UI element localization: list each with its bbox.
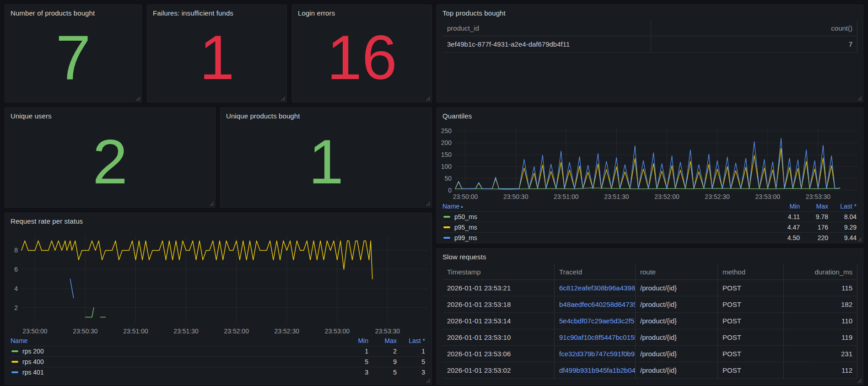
product-id-cell: 3ef49b1c-877f-4931-a2e4-daf679db4f11: [442, 36, 651, 53]
svg-text:50: 50: [444, 175, 452, 182]
traceid-cell: 91c90af10c8f5447bc015f: [555, 329, 636, 346]
series-name[interactable]: rps 401: [22, 369, 340, 376]
legend-header-name[interactable]: Name: [11, 337, 340, 344]
table-row: 2026-01-01 23:53:06fce32d379b747c591f0b9…: [442, 346, 857, 362]
resize-grip-icon[interactable]: [857, 96, 862, 101]
legend-row-p99[interactable]: p99_ms 4.50 220 9.44: [442, 232, 857, 243]
legend-header-min[interactable]: Min: [771, 203, 800, 210]
svg-text:23:52:30: 23:52:30: [275, 327, 300, 335]
series-name[interactable]: p99_ms: [454, 234, 771, 241]
request-rate-chart[interactable]: 23:50:0023:50:3023:51:0023:51:3023:52:00…: [5, 213, 432, 339]
svg-text:23:52:30: 23:52:30: [705, 193, 730, 200]
route-cell: /product/{id}: [636, 296, 718, 313]
trace-link[interactable]: fce32d379b747c591f0b92: [559, 350, 636, 358]
series-swatch: [443, 237, 450, 239]
table-row: 2026-01-01 23:53:145e4cbdf07c29ae5d3c2f5…: [442, 313, 857, 329]
timestamp-cell: 2026-01-01 23:53:06: [442, 346, 555, 362]
legend-row-p50[interactable]: p50_ms 4.11 9.78 8.04: [442, 211, 857, 222]
series-name[interactable]: rps 400: [22, 358, 340, 365]
top-products-table: product_id count() 3ef49b1c-877f-4931-a2…: [442, 21, 857, 53]
grafana-dashboard: Number of products bought 7 Failures: in…: [0, 0, 868, 386]
panel-title[interactable]: Failures: insufficient funds: [147, 5, 286, 19]
resize-grip-icon[interactable]: [426, 96, 431, 101]
legend-header-max[interactable]: Max: [368, 337, 397, 344]
panel-failures-insufficient-funds: Failures: insufficient funds 1: [147, 5, 287, 102]
legend-header: Name ▴ Min Max Last *: [442, 201, 857, 211]
resize-grip-icon[interactable]: [857, 378, 862, 383]
legend-row-rps-200[interactable]: rps 200 1 2 1: [11, 346, 425, 356]
timestamp-cell: 2026-01-01 23:53:10: [442, 329, 555, 346]
resize-grip-icon[interactable]: [857, 237, 862, 242]
column-header-count[interactable]: count(): [651, 21, 857, 36]
column-header-traceid[interactable]: TraceId: [555, 264, 636, 280]
series-last: 9.44: [828, 234, 857, 241]
legend-header: Name Min Max Last *: [11, 336, 425, 346]
column-header-route[interactable]: route: [636, 264, 718, 280]
series-last: 1: [397, 348, 425, 355]
panel-title[interactable]: Slow requests: [437, 249, 863, 263]
panel-title[interactable]: Number of products bought: [5, 5, 141, 19]
legend-sort-name[interactable]: Name ▴: [442, 203, 771, 210]
panel-title[interactable]: Top products bought: [437, 5, 863, 19]
legend-row-rps-400[interactable]: rps 400 5 9 5: [11, 356, 425, 367]
sort-ascending-icon: ▴: [461, 204, 463, 209]
series-max: 9: [368, 358, 397, 365]
resize-grip-icon[interactable]: [209, 201, 214, 206]
trace-link[interactable]: b48aedfec640258d64735: [559, 300, 636, 308]
series-max: 5: [368, 369, 397, 376]
svg-text:6: 6: [14, 266, 18, 273]
resize-grip-icon[interactable]: [280, 96, 286, 101]
svg-text:0: 0: [448, 187, 452, 194]
column-header-duration[interactable]: duration_ms: [784, 264, 857, 280]
svg-text:23:53:30: 23:53:30: [375, 327, 400, 335]
timestamp-cell: 2026-01-01 23:53:21: [442, 280, 555, 296]
panel-title[interactable]: Unique users: [5, 108, 215, 122]
route-cell: /product/{id}: [636, 313, 718, 329]
slow-requests-table: Timestamp TraceId route method duration_…: [442, 264, 857, 379]
trace-link[interactable]: df499b931b945fa1b2b04: [559, 366, 636, 374]
resize-grip-icon[interactable]: [426, 378, 431, 383]
svg-text:23:50:00: 23:50:00: [453, 193, 478, 200]
timestamp-cell: 2026-01-01 23:53:14: [442, 313, 555, 329]
legend-header-last[interactable]: Last *: [397, 337, 425, 344]
trace-link[interactable]: 91c90af10c8f5447bc015f: [559, 333, 636, 341]
panel-title[interactable]: Unique products bought: [221, 108, 431, 122]
table-row: 2026-01-01 23:53:18b48aedfec640258d64735…: [442, 296, 857, 313]
svg-text:23:50:30: 23:50:30: [503, 193, 528, 200]
svg-text:8: 8: [14, 247, 18, 254]
stat-value: 1: [147, 19, 286, 102]
method-cell: POST: [718, 362, 784, 379]
quantiles-chart[interactable]: 23:50:0023:50:3023:51:0023:51:3023:52:00…: [437, 108, 863, 206]
method-cell: POST: [718, 329, 784, 346]
svg-text:23:51:00: 23:51:00: [554, 193, 579, 200]
panel-title[interactable]: Login errors: [292, 5, 431, 19]
traceid-cell: df499b931b945fa1b2b04: [555, 362, 636, 379]
duration-cell: 231: [784, 346, 857, 362]
legend-row-p95[interactable]: p95_ms 4.47 176 9.29: [442, 222, 857, 232]
method-cell: POST: [718, 296, 784, 313]
column-header-product-id[interactable]: product_id: [442, 21, 651, 36]
column-header-timestamp[interactable]: Timestamp: [442, 264, 555, 280]
column-header-method[interactable]: method: [718, 264, 784, 280]
series-name[interactable]: p50_ms: [454, 213, 771, 220]
panel-slow-requests: Slow requests Timestamp TraceId route me…: [437, 248, 863, 385]
quantiles-legend: Name ▴ Min Max Last * p50_ms 4.11 9.78 8…: [442, 201, 857, 243]
trace-link[interactable]: 6c812eafef308b96a4398: [559, 284, 635, 292]
resize-grip-icon[interactable]: [426, 201, 431, 206]
traceid-cell: 6c812eafef308b96a4398: [555, 280, 636, 296]
legend-header-last[interactable]: Last *: [828, 203, 857, 210]
route-cell: /product/{id}: [636, 362, 718, 379]
series-swatch: [443, 226, 450, 228]
series-max: 2: [368, 348, 397, 355]
series-name[interactable]: rps 200: [22, 348, 340, 355]
traceid-cell: fce32d379b747c591f0b92: [555, 346, 636, 362]
resize-grip-icon[interactable]: [135, 96, 140, 101]
legend-header-min[interactable]: Min: [340, 337, 368, 344]
legend-header-max[interactable]: Max: [800, 203, 828, 210]
legend-row-rps-401[interactable]: rps 401 3 5 3: [11, 367, 425, 377]
panel-unique-products-bought: Unique products bought 1: [220, 107, 432, 208]
trace-link[interactable]: 5e4cbdf07c29ae5d3c2f5: [559, 317, 634, 325]
series-name[interactable]: p95_ms: [454, 224, 771, 231]
table-row: 2026-01-01 23:53:216c812eafef308b96a4398…: [442, 280, 857, 296]
series-min: 5: [340, 358, 368, 365]
